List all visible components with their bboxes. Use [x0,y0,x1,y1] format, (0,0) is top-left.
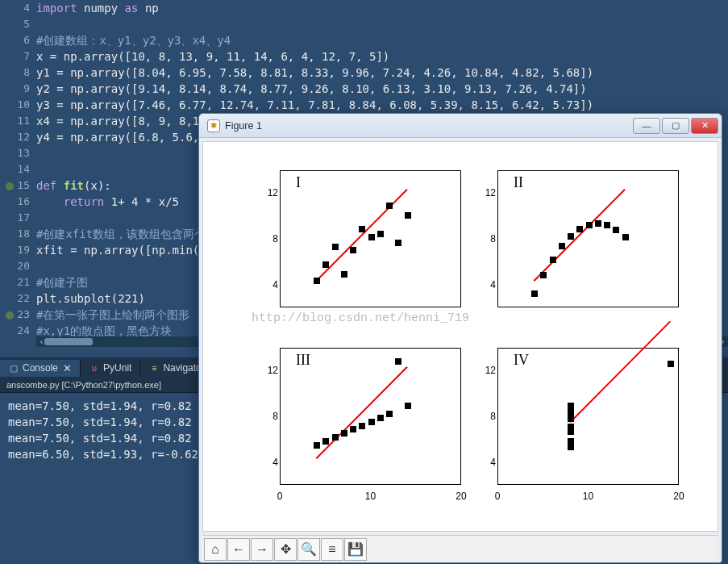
data-point [377,231,384,237]
data-point [377,415,384,421]
breakpoint-icon[interactable] [6,182,14,190]
data-point [368,234,375,240]
code-line[interactable]: 9y2 = np.array([9.14, 8.14, 8.74, 8.77, … [0,81,728,97]
tab-console[interactable]: ▢ Console ✕ [0,360,81,377]
code-line[interactable]: 7x = np.array([10, 8, 13, 9, 11, 14, 6, … [0,48,728,65]
code-line[interactable]: 10y3 = np.array([7.46, 6.77, 12.74, 7.11… [0,97,728,113]
breakpoint-icon[interactable] [6,311,14,320]
data-point [341,271,347,278]
y-tick-label: 8 [476,411,496,422]
code-line[interactable]: 6#创建数组：x、y1、y2、y3、x4、y4 [0,32,728,48]
data-point [350,426,356,432]
code-text: x = np.array([10, 8, 13, 9, 11, 14, 6, 4… [36,48,728,65]
maximize-button[interactable]: ▢ [662,118,689,134]
line-number: 17 [0,210,36,226]
y-tick-label: 12 [258,365,278,376]
line-number: 15 [0,178,36,194]
data-point [405,212,411,219]
data-point [405,403,411,409]
mpl-toolbar: ⌂ ← → ✥ 🔍 ≡ 💾 [202,535,718,562]
subplot-1: 4812I [252,166,469,328]
line-number: 13 [0,145,36,161]
y-tick-label: 12 [476,365,496,376]
data-point [568,425,574,432]
figure-canvas[interactable]: http://blog.csdn.net/henni_719 4812I 481… [202,141,718,532]
data-point [386,411,393,417]
line-number: 16 [0,194,36,210]
home-icon[interactable]: ⌂ [204,538,227,561]
config-icon[interactable]: ≡ [321,538,343,561]
line-number: 23 [0,307,36,323]
line-number: 24 [0,323,36,339]
line-number: 8 [0,65,36,81]
code-text: y2 = np.array([9.14, 8.14, 8.74, 8.77, 9… [36,81,728,97]
data-point [595,220,601,227]
figure-app-icon: ✱ [207,119,220,132]
forward-icon[interactable]: → [251,538,273,561]
figure-title: Figure 1 [225,120,631,132]
data-point [540,272,547,278]
close-icon[interactable]: ✕ [63,362,72,374]
zoom-icon[interactable]: 🔍 [297,538,320,561]
line-number: 10 [0,97,36,113]
y-tick-label: 8 [258,233,278,244]
axes [497,170,679,307]
data-point [395,358,401,365]
x-tick-label: 20 [456,491,466,502]
data-point [586,222,593,228]
line-number: 21 [0,274,36,290]
line-number: 9 [0,81,36,97]
code-text [36,16,728,32]
data-point [359,423,365,429]
minimize-button[interactable]: — [633,118,660,134]
data-point [531,290,538,297]
close-button[interactable]: ✕ [691,118,718,134]
data-point [613,227,619,233]
data-point [332,434,339,441]
fit-line [316,366,408,459]
y-tick-label: 4 [258,279,278,290]
data-point [568,441,574,447]
data-point [576,226,583,232]
data-point [568,407,574,413]
line-number: 11 [0,113,36,129]
data-point [386,203,393,209]
line-number: 4 [0,0,36,16]
code-text: y1 = np.array([8.04, 6.95, 7.58, 8.81, 8… [36,65,728,81]
y-tick-label: 4 [476,279,496,290]
console-icon: ▢ [8,362,19,374]
tab-pyunit[interactable]: υ PyUnit [81,360,140,376]
subplot-2: 4812II [469,166,687,328]
data-point [395,240,401,246]
pan-icon[interactable]: ✥ [274,538,297,561]
x-tick-label: 20 [673,491,684,502]
line-number: 6 [0,32,36,48]
y-tick-label: 4 [476,457,496,468]
code-text: import numpy as np [36,0,728,16]
y-tick-label: 8 [476,233,496,244]
code-line[interactable]: 8y1 = np.array([8.04, 6.95, 7.58, 8.81, … [0,65,728,81]
scrollbar-thumb[interactable] [44,338,93,345]
x-tick-label: 0 [495,491,501,502]
code-line[interactable]: 5 [0,16,728,32]
subplot-title: IV [514,352,529,369]
x-tick-label: 0 [277,491,283,502]
line-number: 19 [0,242,36,258]
fit-line [570,320,671,422]
figure-window[interactable]: ✱ Figure 1 — ▢ ✕ http://blog.csdn.net/he… [198,113,722,563]
code-text: y3 = np.array([7.46, 6.77, 12.74, 7.11, … [36,97,728,113]
tab-label: PyUnit [103,362,131,374]
back-icon[interactable]: ← [227,538,250,561]
line-number: 14 [0,161,36,178]
subplot-title: II [514,174,523,191]
save-icon[interactable]: 💾 [344,538,367,561]
fit-line [534,189,626,282]
figure-titlebar[interactable]: ✱ Figure 1 — ▢ ✕ [199,114,722,138]
line-number: 20 [0,258,36,274]
line-number: 18 [0,226,36,242]
code-line[interactable]: 4import numpy as np [0,0,728,16]
pyunit-icon: υ [89,362,100,374]
data-point [368,419,375,425]
data-point [568,233,574,240]
tab-label: Navigato [163,362,201,374]
